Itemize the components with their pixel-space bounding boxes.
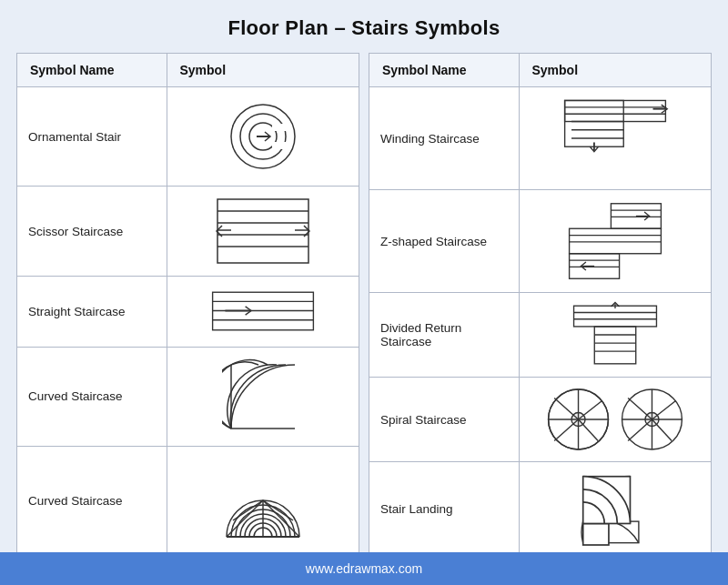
svg-rect-47 [594, 327, 635, 364]
left-table: Symbol Name Symbol Ornamental Stair [16, 53, 359, 556]
symbol-scissor [167, 187, 359, 277]
symbol-zshaped [519, 190, 712, 293]
svg-rect-27 [564, 100, 665, 121]
svg-rect-46 [573, 306, 656, 327]
svg-line-69 [652, 419, 672, 441]
table-row: Ornamental Stair [17, 87, 359, 187]
svg-line-63 [554, 398, 578, 419]
name-zshaped: Z-shaped Staircase [369, 190, 520, 293]
name-ornamental: Ornamental Stair [17, 87, 167, 187]
svg-line-71 [628, 419, 652, 441]
right-table: Symbol Name Symbol Winding Staircase [369, 53, 712, 556]
symbol-divided [519, 293, 712, 378]
svg-line-67 [652, 400, 675, 419]
right-col-symbol: Symbol [519, 54, 712, 87]
page-title: Floor Plan – Stairs Symbols [228, 16, 500, 40]
name-spiral: Spiral Staircase [369, 378, 520, 462]
name-scissor: Scissor Staircase [17, 187, 167, 277]
name-landing: Stair Landing [369, 462, 520, 556]
symbol-ornamental [167, 87, 359, 187]
footer: www.edrawmax.com [0, 552, 728, 585]
svg-rect-76 [582, 523, 608, 545]
left-col-symbol: Symbol [167, 54, 359, 87]
symbol-curved1 [167, 347, 359, 446]
svg-line-57 [578, 400, 602, 419]
symbol-curved2 [167, 446, 359, 555]
table-row: Z-shaped Staircase [369, 190, 712, 293]
left-col-name: Symbol Name [17, 54, 167, 87]
name-straight: Straight Staircase [17, 277, 167, 348]
name-curved1: Curved Staircase [17, 347, 167, 446]
footer-url: www.edrawmax.com [306, 561, 422, 576]
table-row: Winding Staircase [369, 87, 712, 190]
table-row: Scissor Staircase [17, 187, 359, 277]
svg-line-61 [554, 419, 578, 441]
svg-line-59 [578, 419, 598, 441]
symbol-winding [519, 87, 712, 190]
name-divided: Divided Return Staircase [369, 293, 520, 378]
name-curved2: Curved Staircase [17, 446, 167, 555]
table-row: Divided Return Staircase [369, 293, 712, 378]
svg-rect-37 [569, 228, 661, 254]
table-row: Spiral Staircase [369, 378, 712, 462]
symbol-landing [519, 462, 712, 556]
name-winding: Winding Staircase [369, 87, 520, 190]
symbol-straight [167, 277, 359, 348]
table-row: Stair Landing [369, 462, 712, 556]
right-col-name: Symbol Name [369, 54, 520, 87]
svg-line-73 [628, 398, 652, 419]
table-row: Curved Staircase [17, 446, 359, 555]
symbol-spiral [519, 378, 712, 462]
table-row: Curved Staircase [17, 347, 359, 446]
svg-rect-6 [217, 199, 308, 263]
table-row: Straight Staircase [17, 277, 359, 348]
